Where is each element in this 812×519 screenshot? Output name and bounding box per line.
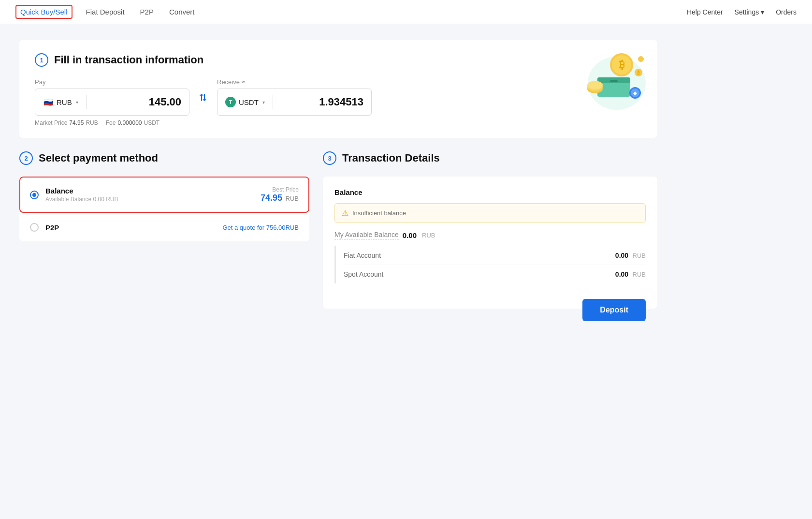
help-center-link[interactable]: Help Center xyxy=(687,8,723,16)
step2-heading: 2 Select payment method xyxy=(19,151,309,165)
receive-currency-selector[interactable]: T USDT ▾ xyxy=(225,97,265,107)
available-balance-label: My Available Balance xyxy=(334,231,399,239)
tab-p2p[interactable]: P2P xyxy=(138,0,156,24)
pay-field-group: Pay 🇷🇺 RUB ▾ 145.00 xyxy=(35,78,189,116)
svg-text:₿: ₿ xyxy=(619,59,624,71)
best-price-currency: RUB xyxy=(286,195,299,202)
section-fill-transaction: 1 Fill in transaction information Pay 🇷🇺… xyxy=(19,40,657,138)
spot-account-currency: RUB xyxy=(633,271,646,278)
crypto-illustration: ₿ ₿ ◈ xyxy=(559,44,646,112)
svg-rect-3 xyxy=(610,80,618,82)
receive-label: Receive ≈ xyxy=(217,78,372,86)
p2p-option-name: P2P xyxy=(45,223,216,232)
bottom-sections: 2 Select payment method Balance Availabl… xyxy=(19,151,657,321)
balance-option-info: Balance Available Balance 0.00 RUB xyxy=(45,187,254,203)
best-price-label: Best Price xyxy=(261,186,299,193)
step3-heading: 3 Transaction Details xyxy=(323,151,657,165)
p2p-radio[interactable] xyxy=(30,223,39,232)
input-divider xyxy=(86,95,87,109)
insufficient-text: Insufficient balance xyxy=(352,209,406,217)
navigation: Quick Buy/Sell Fiat Deposit P2P Convert … xyxy=(0,0,812,24)
balance-option-name: Balance xyxy=(45,187,254,195)
balance-radio-fill xyxy=(32,193,36,197)
balance-radio[interactable] xyxy=(30,191,39,199)
payment-options-card: Balance Available Balance 0.00 RUB Best … xyxy=(19,177,309,241)
transaction-details-card: Balance ⚠ Insufficient balance My Availa… xyxy=(323,177,657,309)
step1-title: Fill in transaction information xyxy=(54,54,203,66)
fiat-account-currency: RUB xyxy=(633,252,646,259)
fee-value: 0.000000 xyxy=(117,119,142,126)
spot-account-amount-group: 0.00 RUB xyxy=(615,270,646,279)
insufficient-balance-banner: ⚠ Insufficient balance xyxy=(334,203,646,223)
main-content: 1 Fill in transaction information Pay 🇷🇺… xyxy=(0,24,677,337)
tx-balance-section-title: Balance xyxy=(334,188,646,196)
section-transaction-details: 3 Transaction Details Balance ⚠ Insuffic… xyxy=(323,151,657,321)
payment-option-p2p[interactable]: P2P Get a quote for 756.00RUB xyxy=(19,213,309,241)
payment-option-balance[interactable]: Balance Available Balance 0.00 RUB Best … xyxy=(19,177,309,213)
spot-account-row: Spot Account 0.00 RUB xyxy=(344,265,646,283)
step2-circle: 2 xyxy=(19,151,33,165)
receive-chevron-icon: ▾ xyxy=(262,100,265,105)
pay-currency-selector[interactable]: 🇷🇺 RUB ▾ xyxy=(43,97,78,107)
usdt-icon: T xyxy=(225,97,236,107)
step1-circle: 1 xyxy=(35,53,48,67)
price-info: Market Price 74.95 RUB Fee 0.000000 USDT xyxy=(35,119,642,126)
account-breakdown-table: Fiat Account 0.00 RUB Spot Account 0.00 … xyxy=(334,246,646,283)
nav-tabs: Quick Buy/Sell Fiat Deposit P2P Convert xyxy=(15,0,196,24)
balance-option-sub: Available Balance 0.00 RUB xyxy=(45,196,254,203)
spot-account-amount: 0.00 xyxy=(615,270,628,278)
tab-fiat-deposit[interactable]: Fiat Deposit xyxy=(84,0,127,24)
pay-amount[interactable]: 145.00 xyxy=(94,96,181,108)
market-price-currency: RUB xyxy=(86,119,98,126)
chevron-down-icon: ▾ xyxy=(761,8,764,16)
swap-icon[interactable]: ⇄ xyxy=(198,93,209,101)
available-balance-currency: RUB xyxy=(422,232,435,239)
best-price-value: 74.95 xyxy=(261,193,282,203)
pay-chevron-icon: ▾ xyxy=(76,100,78,105)
pay-currency-input[interactable]: 🇷🇺 RUB ▾ 145.00 xyxy=(35,89,189,116)
orders-link[interactable]: Orders xyxy=(776,8,797,16)
market-price-value: 74.95 xyxy=(69,119,84,126)
tab-convert[interactable]: Convert xyxy=(167,0,197,24)
section-payment-method: 2 Select payment method Balance Availabl… xyxy=(19,151,309,321)
available-balance-row: My Available Balance 0.00 RUB xyxy=(334,231,646,239)
step1-heading: 1 Fill in transaction information xyxy=(35,53,642,67)
receive-currency-input[interactable]: T USDT ▾ 1.934513 xyxy=(217,89,372,116)
p2p-quote-link[interactable]: Get a quote for 756.00RUB xyxy=(222,224,299,231)
rub-flag: 🇷🇺 xyxy=(43,97,54,107)
step3-circle: 3 xyxy=(323,151,336,165)
spot-account-name: Spot Account xyxy=(344,270,384,278)
transaction-inputs-row: Pay 🇷🇺 RUB ▾ 145.00 ⇄ Receive ≈ xyxy=(35,78,642,116)
warning-icon: ⚠ xyxy=(342,208,348,218)
svg-text:◈: ◈ xyxy=(633,90,638,96)
fee-label: Fee xyxy=(106,119,116,126)
deposit-button[interactable]: Deposit xyxy=(582,299,646,321)
pay-label: Pay xyxy=(35,78,189,86)
step3-title: Transaction Details xyxy=(342,152,440,164)
fiat-account-amount-group: 0.00 RUB xyxy=(615,251,646,260)
nav-right-items: Help Center Settings ▾ Orders xyxy=(687,8,797,16)
p2p-option-info: P2P xyxy=(45,223,216,232)
step2-title: Select payment method xyxy=(39,152,158,164)
fiat-account-name: Fiat Account xyxy=(344,252,381,259)
svg-point-15 xyxy=(638,56,644,62)
balance-best-price: Best Price 74.95 RUB xyxy=(261,186,299,203)
pay-currency-name: RUB xyxy=(57,98,72,106)
available-balance-value: 0.00 xyxy=(403,231,417,239)
svg-point-6 xyxy=(587,81,603,89)
receive-field-group: Receive ≈ T USDT ▾ 1.934513 xyxy=(217,78,372,116)
receive-divider xyxy=(273,95,273,109)
fiat-account-row: Fiat Account 0.00 RUB xyxy=(344,246,646,265)
settings-link[interactable]: Settings ▾ xyxy=(735,8,765,16)
market-price-label: Market Price xyxy=(35,119,67,126)
receive-amount[interactable]: 1.934513 xyxy=(281,96,363,108)
receive-currency-name: USDT xyxy=(239,98,259,106)
tab-quick-buy-sell[interactable]: Quick Buy/Sell xyxy=(15,5,72,19)
fiat-account-amount: 0.00 xyxy=(615,252,628,259)
fee-currency: USDT xyxy=(144,119,160,126)
